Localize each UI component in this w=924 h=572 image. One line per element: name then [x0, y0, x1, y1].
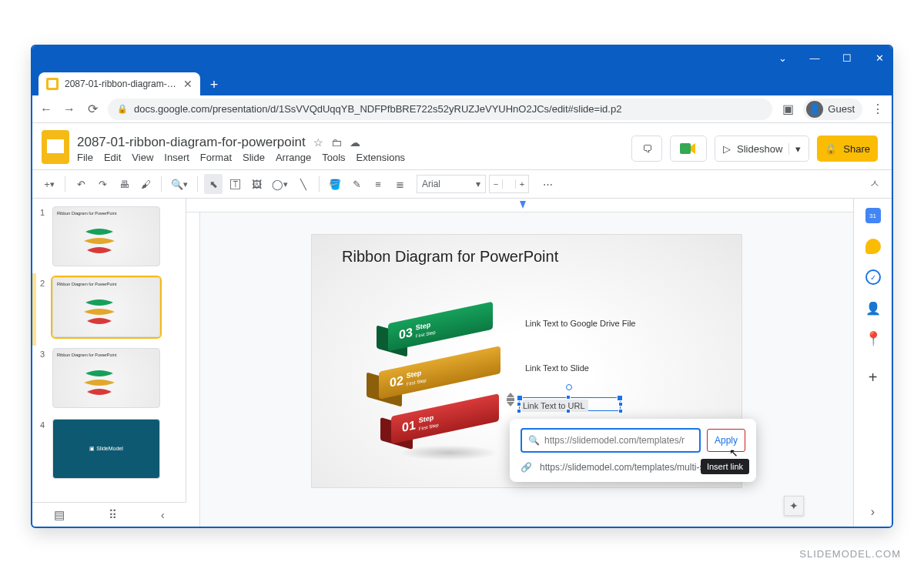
increase-font-button[interactable]: + [515, 179, 528, 189]
menu-slide[interactable]: Slide [243, 152, 265, 163]
menu-format[interactable]: Format [200, 152, 232, 163]
drop-shadow [399, 445, 499, 460]
ribbon-step-1[interactable]: 01StepFirst Step [391, 393, 499, 444]
slide-thumbnail[interactable]: ▣ SlideModel [52, 419, 160, 479]
horizontal-ruler[interactable] [186, 199, 853, 212]
selected-textbox[interactable]: Link Text to URL [519, 397, 621, 411]
browser-tab[interactable]: 2087-01-ribbon-diagram-for-po ✕ [38, 72, 200, 95]
slides-logo-icon[interactable] [42, 130, 69, 164]
shape-tool[interactable]: ◯▾ [269, 174, 291, 194]
address-bar[interactable]: 🔒 docs.google.com/presentation/d/1SsVVQd… [108, 99, 772, 120]
apply-link-button[interactable]: Apply ↖ Insert link [707, 429, 745, 452]
workspace: 1 Ribbon Diagram for PowerPoint 2 Ribbon… [32, 199, 892, 527]
text-link-slide[interactable]: Link Text to Slide [525, 363, 589, 373]
addons-button[interactable]: + [865, 370, 881, 385]
menu-file[interactable]: File [77, 152, 93, 163]
border-color-button[interactable]: ✎ [347, 174, 366, 194]
explore-button[interactable]: ✦ [784, 496, 804, 516]
tasks-icon[interactable] [865, 269, 881, 285]
text-link-drive[interactable]: Link Text to Google Drive File [525, 319, 635, 328]
avatar-icon: 👤 [806, 101, 823, 118]
new-slide-button[interactable]: +▾ [40, 174, 59, 194]
move-icon[interactable]: 🗀 [331, 136, 342, 149]
ribbon-mini-icon [84, 370, 115, 398]
border-weight-button[interactable]: ≡ [369, 174, 387, 194]
grid-view-button[interactable]: ⠿ [109, 508, 117, 522]
window-minimize-caret[interactable]: ⌄ [775, 50, 790, 65]
font-size-selector[interactable]: − + [489, 175, 529, 193]
filmstrip-view-button[interactable]: ▤ [54, 508, 65, 522]
hide-sidepanel-button[interactable]: › [871, 505, 875, 519]
keep-icon[interactable] [865, 239, 881, 254]
tab-title: 2087-01-ribbon-diagram-for-po [65, 79, 177, 89]
link-search-input[interactable]: 🔍 https://slidemodel.com/templates/r [521, 428, 701, 453]
maps-icon[interactable]: 📍 [865, 331, 881, 346]
thumbnail-item[interactable]: 1 Ribbon Diagram for PowerPoint [40, 206, 178, 266]
collapse-panel-button[interactable]: ‹ [161, 508, 165, 521]
menu-tools[interactable]: Tools [322, 152, 345, 163]
textbox-tool[interactable]: 🅃 [226, 174, 244, 194]
menu-arrange[interactable]: Arrange [276, 152, 311, 163]
window-maximize[interactable]: ☐ [839, 50, 855, 65]
thumbnail-item[interactable]: 3 Ribbon Diagram for PowerPoint [40, 348, 178, 408]
share-button[interactable]: 🔒 Share [817, 135, 878, 162]
text-margin-handle[interactable] [506, 393, 515, 410]
chevron-down-icon[interactable]: ▾ [788, 143, 801, 155]
menu-edit[interactable]: Edit [104, 152, 121, 163]
border-dash-button[interactable]: ≣ [390, 174, 409, 194]
zoom-button[interactable]: 🔍▾ [168, 174, 191, 194]
slide-canvas[interactable]: Ribbon Diagram for PowerPoint 03StepFirs… [311, 234, 742, 488]
document-title[interactable]: 2087-01-ribbon-diagram-for-powerpoint [77, 135, 306, 150]
decrease-font-button[interactable]: − [490, 179, 503, 189]
reading-list-icon[interactable]: ▣ [780, 102, 795, 117]
slide-thumbnail[interactable]: Ribbon Diagram for PowerPoint [52, 277, 160, 337]
font-selector[interactable]: Arial▾ [417, 175, 486, 193]
cloud-status-icon[interactable]: ☁ [350, 136, 360, 149]
slidemodel-logo: ▣ SlideModel [89, 446, 123, 452]
thumbnail-item[interactable]: 4 ▣ SlideModel [40, 419, 178, 479]
paint-format-button[interactable]: 🖌 [136, 174, 155, 194]
rotate-handle[interactable] [566, 384, 572, 390]
menu-extensions[interactable]: Extensions [357, 152, 406, 163]
contacts-icon[interactable]: 👤 [865, 300, 881, 316]
ribbon-mini-icon [84, 299, 115, 327]
collapse-toolbar-button[interactable]: ㅅ [865, 174, 884, 194]
side-panel: 👤 📍 + › [853, 199, 892, 527]
undo-button[interactable]: ↶ [72, 174, 90, 194]
thumbnail-item[interactable]: 2 Ribbon Diagram for PowerPoint [40, 277, 178, 337]
ribbon-step-3[interactable]: 03StepFirst Step [388, 302, 493, 352]
browser-menu-icon[interactable]: ⋮ [870, 102, 886, 117]
tab-close-icon[interactable]: ✕ [183, 78, 192, 90]
image-tool[interactable]: 🖼 [247, 174, 266, 194]
slide-area[interactable]: Ribbon Diagram for PowerPoint 03StepFirs… [200, 212, 853, 527]
ribbon-diagram[interactable]: 03StepFirst Step 02StepFirst Step 01Step… [373, 313, 511, 474]
menu-insert[interactable]: Insert [164, 152, 189, 163]
comment-history-button[interactable]: 🗨 [631, 135, 662, 162]
back-button[interactable]: ← [38, 102, 54, 117]
calendar-icon[interactable] [865, 208, 881, 223]
slide-thumbnail[interactable]: Ribbon Diagram for PowerPoint [52, 206, 160, 266]
vertical-ruler[interactable] [186, 212, 200, 527]
text-link-url[interactable]: Link Text to URL [520, 400, 588, 412]
slideshow-button[interactable]: ▷ Slideshow ▾ [715, 135, 809, 162]
thumbnail-panel: 1 Ribbon Diagram for PowerPoint 2 Ribbon… [32, 199, 186, 502]
print-button[interactable]: 🖶 [115, 174, 133, 194]
forward-button[interactable]: → [62, 102, 77, 117]
meet-button[interactable] [670, 135, 707, 162]
star-icon[interactable]: ☆ [313, 136, 323, 149]
new-tab-button[interactable]: + [203, 74, 225, 95]
font-name: Arial [422, 179, 440, 189]
window-close[interactable]: ✕ [872, 50, 887, 65]
select-tool[interactable]: ⬉ [204, 174, 223, 194]
line-tool[interactable]: ╲ [294, 174, 313, 194]
reload-button[interactable]: ⟳ [85, 102, 100, 117]
window-minimize[interactable]: — [807, 50, 822, 65]
fill-color-button[interactable]: 🪣 [326, 174, 344, 194]
slide-thumbnail[interactable]: Ribbon Diagram for PowerPoint [52, 348, 160, 408]
profile-label: Guest [828, 103, 855, 115]
more-tools-button[interactable]: ⋯ [538, 174, 557, 194]
profile-button[interactable]: 👤 Guest [803, 99, 862, 120]
menu-view[interactable]: View [132, 152, 153, 163]
redo-button[interactable]: ↷ [93, 174, 112, 194]
slide-title[interactable]: Ribbon Diagram for PowerPoint [342, 248, 558, 266]
